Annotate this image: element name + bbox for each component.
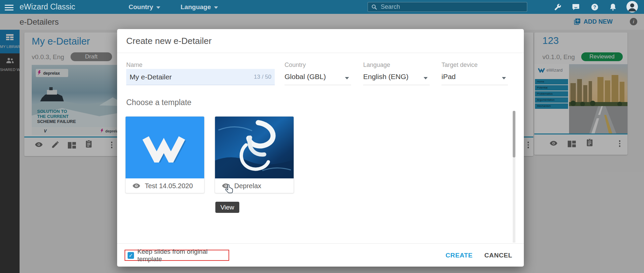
deprelax-swirl-image <box>215 117 294 178</box>
user-avatar[interactable] <box>626 1 638 13</box>
char-counter: 13 / 50 <box>254 74 275 80</box>
language-label: Language <box>363 61 390 69</box>
modal-footer: ✓ Keep slides from original template CRE… <box>117 243 524 267</box>
chevron-down-icon <box>502 77 506 79</box>
create-button[interactable]: CREATE <box>446 244 473 267</box>
svg-text:?: ? <box>593 4 596 10</box>
template-thumbnail <box>215 117 294 178</box>
chat-icon[interactable] <box>572 3 580 11</box>
language-select[interactable]: English (ENG) <box>363 69 430 85</box>
country-menu[interactable]: Country <box>129 0 160 14</box>
name-label: Name <box>126 61 142 69</box>
notifications-bell-icon[interactable] <box>609 3 617 11</box>
template-name: Deprelax <box>234 182 261 190</box>
keep-slides-highlight-box: ✓ Keep slides from original template <box>125 250 229 261</box>
language-value: English (ENG) <box>363 73 408 80</box>
template-card-deprelax[interactable]: Deprelax <box>215 116 294 193</box>
hand-cursor <box>224 184 235 195</box>
target-device-label: Target device <box>441 61 478 69</box>
hamburger-menu-icon[interactable] <box>5 3 14 12</box>
target-device-value: iPad <box>441 73 456 80</box>
keep-slides-label: Keep slides from original template <box>137 248 229 263</box>
template-card-test[interactable]: Test 14.05.2020 <box>125 116 205 193</box>
search-box[interactable] <box>368 2 527 12</box>
settings-wrench-icon[interactable] <box>554 3 562 11</box>
choose-template-heading: Choose a template <box>126 98 191 107</box>
template-thumbnail <box>126 117 204 178</box>
create-edetailer-modal: Create new e-Detailer Name Country Langu… <box>117 29 524 267</box>
person-icon <box>626 1 638 13</box>
modal-scrollbar-thumb[interactable] <box>513 111 515 157</box>
country-label: Country <box>285 61 306 69</box>
modal-scrollbar-track[interactable] <box>513 111 515 243</box>
template-label-row: Test 14.05.2020 <box>126 178 204 193</box>
country-menu-label: Country <box>129 0 153 14</box>
chevron-down-icon <box>424 77 428 79</box>
cancel-button[interactable]: CANCEL <box>484 244 512 267</box>
app-title: eWizard Classic <box>20 0 75 14</box>
name-field: 13 / 50 <box>126 69 275 85</box>
template-name: Test 14.05.2020 <box>145 182 193 190</box>
ewizard-w-logo <box>140 133 190 163</box>
chevron-down-icon <box>345 77 349 79</box>
language-menu-label: Language <box>181 0 211 14</box>
search-icon <box>371 4 377 10</box>
modal-header-divider <box>117 53 524 53</box>
chevron-down-icon <box>214 6 218 9</box>
language-menu[interactable]: Language <box>181 0 218 14</box>
chevron-down-icon <box>156 6 160 9</box>
modal-title: Create new e-Detailer <box>126 29 212 53</box>
search-input[interactable] <box>380 3 524 11</box>
view-tooltip: View <box>215 202 239 213</box>
target-device-select[interactable]: iPad <box>441 69 508 85</box>
name-input[interactable] <box>126 73 254 81</box>
app-root: eWizard Classic Country Language ? <box>0 0 644 273</box>
help-icon[interactable]: ? <box>591 3 599 11</box>
view-eye-icon[interactable] <box>132 183 140 189</box>
top-bar: eWizard Classic Country Language ? <box>0 0 644 14</box>
keep-slides-checkbox[interactable]: ✓ <box>128 252 134 259</box>
country-value: Global (GBL) <box>285 73 326 80</box>
country-select[interactable]: Global (GBL) <box>285 69 351 85</box>
